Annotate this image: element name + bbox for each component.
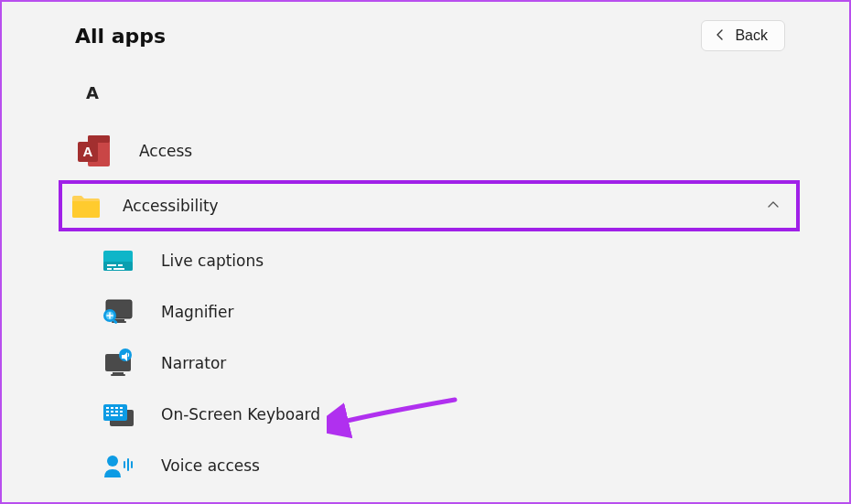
svg-rect-32 [111,414,118,416]
page-title: All apps [75,25,166,48]
app-item-live-captions[interactable]: Live captions [75,235,794,286]
svg-rect-9 [113,268,124,270]
svg-rect-27 [106,411,109,413]
svg-rect-8 [107,268,112,270]
app-item-label: Access [139,142,192,160]
svg-rect-28 [111,411,113,413]
svg-rect-7 [118,264,123,266]
section-letter-a[interactable]: A [86,83,794,102]
folder-icon [70,189,102,222]
app-item-voice-access[interactable]: Voice access [75,440,794,491]
svg-rect-31 [106,414,109,416]
app-item-label: Narrator [161,354,226,372]
svg-rect-30 [120,411,123,413]
svg-rect-1 [88,135,110,143]
svg-rect-24 [111,407,113,409]
app-item-magnifier[interactable]: Magnifier [75,286,794,338]
svg-rect-33 [120,414,123,416]
app-item-narrator[interactable]: Narrator [75,338,794,389]
back-button[interactable]: Back [701,20,785,51]
chevron-up-icon [767,198,780,215]
app-folder-label: Accessibility [123,197,219,215]
app-item-label: Live captions [161,252,264,270]
svg-rect-18 [113,372,124,374]
svg-rect-23 [106,407,109,409]
app-item-label: On-Screen Keyboard [161,405,320,424]
back-button-label: Back [735,27,768,44]
svg-rect-6 [107,264,116,266]
magnifier-icon [101,295,135,329]
svg-point-34 [107,456,118,466]
svg-rect-29 [115,411,118,413]
app-item-access[interactable]: A Access [75,125,794,177]
svg-rect-19 [111,374,125,376]
app-item-label: Magnifier [161,303,234,321]
svg-rect-25 [115,407,118,409]
access-icon: A [75,132,113,170]
svg-text:A: A [83,144,93,159]
voice-access-icon [101,448,135,483]
live-captions-icon [101,243,135,278]
app-item-on-screen-keyboard[interactable]: On-Screen Keyboard [75,389,794,440]
app-item-label: Voice access [161,456,260,475]
chevron-left-icon [715,27,726,44]
app-folder-accessibility[interactable]: Accessibility [59,180,800,231]
svg-rect-26 [120,407,123,409]
narrator-icon [101,346,135,381]
on-screen-keyboard-icon [101,397,135,432]
